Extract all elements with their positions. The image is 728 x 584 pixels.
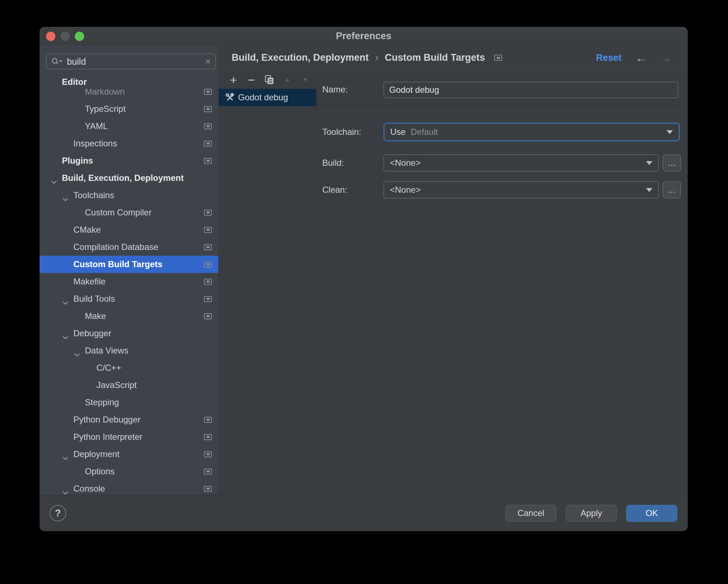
sidebar-item-label: Console [73, 484, 105, 494]
name-input[interactable] [384, 85, 678, 95]
sidebar-item-label: Custom Compiler [85, 207, 151, 218]
sidebar-item-yaml[interactable]: YAML [40, 118, 218, 135]
back-arrow-icon[interactable]: ← [635, 52, 647, 64]
sidebar-item-label: Debugger [73, 328, 111, 338]
sidebar-item-label: Build, Execution, Deployment [62, 173, 184, 183]
sidebar-item-custom-compiler[interactable]: Custom Compiler [40, 204, 218, 221]
breadcrumb-parent[interactable]: Build, Execution, Deployment [232, 52, 369, 63]
sidebar-item-label: Make [85, 311, 106, 321]
breadcrumb-separator-icon: › [375, 52, 378, 63]
move-up-icon: ▲ [278, 76, 296, 83]
help-button[interactable]: ? [50, 505, 66, 521]
clear-search-icon[interactable]: × [205, 56, 211, 67]
sidebar-item-console[interactable]: Console [40, 480, 218, 495]
sidebar-item-plugins[interactable]: Plugins [40, 152, 218, 169]
sidebar-item-toolchains[interactable]: Toolchains [40, 187, 218, 204]
toolchain-select[interactable]: Use Default [383, 123, 680, 141]
chevron-expanded-icon[interactable] [63, 193, 68, 197]
clean-select[interactable]: <None> [383, 181, 659, 199]
sidebar-item-make[interactable]: Make [40, 307, 218, 325]
sidebar-item-cmake[interactable]: CMake [40, 221, 218, 238]
in-editor-settings-icon [204, 417, 212, 423]
sidebar-item-typescript[interactable]: TypeScript [40, 100, 218, 118]
duplicate-icon[interactable] [260, 75, 278, 85]
sidebar-item-label: Stepping [85, 397, 119, 407]
sidebar-item-debugger[interactable]: Debugger [40, 325, 218, 342]
cancel-button[interactable]: Cancel [505, 505, 556, 522]
build-value-text: <None> [390, 158, 420, 168]
sidebar-item-label: Compilation Database [73, 242, 158, 252]
sidebar-item-inspections[interactable]: Inspections [40, 135, 218, 152]
apply-button[interactable]: Apply [566, 505, 617, 522]
settings-search-field[interactable]: × [46, 54, 216, 69]
sidebar-item-stepping[interactable]: Stepping [40, 394, 218, 411]
sidebar-item-label: YAML [85, 121, 108, 131]
window-title: Preferences [40, 27, 688, 45]
sidebar-item-label: Toolchains [73, 190, 114, 200]
add-icon[interactable]: + [224, 73, 242, 87]
sidebar-group-editor[interactable]: Editor [40, 76, 218, 89]
in-editor-settings-icon [204, 89, 212, 95]
reset-link[interactable]: Reset [596, 52, 622, 63]
move-down-icon: ▼ [296, 76, 314, 83]
name-field[interactable] [383, 82, 678, 98]
main-area: Build, Execution, Deployment › Custom Bu… [219, 45, 688, 495]
toolchain-value-text: Default [411, 127, 438, 137]
chevron-expanded-icon[interactable] [51, 176, 57, 180]
search-input[interactable] [63, 56, 205, 67]
sidebar-item-label: TypeScript [85, 104, 126, 114]
in-editor-settings-icon[interactable] [494, 55, 502, 61]
chevron-expanded-icon[interactable] [63, 297, 68, 301]
sidebar-item-label: Plugins [62, 156, 93, 166]
in-editor-settings-icon [204, 210, 212, 216]
build-select[interactable]: <None> [383, 154, 659, 172]
sidebar-item-label: CMake [73, 225, 101, 235]
sidebar-item-python-debugger[interactable]: Python Debugger [40, 411, 218, 428]
chevron-expanded-icon[interactable] [63, 332, 68, 335]
chevron-expanded-icon[interactable] [63, 487, 68, 491]
sidebar-item-label: Build Tools [73, 294, 115, 304]
in-editor-settings-icon [204, 158, 212, 164]
footer-buttons: Cancel Apply OK [505, 505, 677, 522]
sidebar-item-makefile[interactable]: Makefile [40, 273, 218, 290]
forward-arrow-icon: → [660, 52, 672, 64]
in-editor-settings-icon [204, 451, 212, 457]
sidebar-item-build-tools[interactable]: Build Tools [40, 290, 218, 307]
build-browse-button[interactable]: ... [663, 154, 681, 172]
in-editor-settings-icon [204, 469, 212, 475]
toolchain-use-text: Use [390, 127, 406, 137]
sidebar-item-build-execution-deployment[interactable]: Build, Execution, Deployment [40, 169, 218, 187]
sidebar-item-javascript[interactable]: JavaScript [40, 377, 218, 394]
sidebar-item-label: C/C++ [96, 363, 121, 373]
in-editor-settings-icon [204, 261, 212, 268]
preferences-dialog: Preferences × MarkdownTypeScri [40, 27, 688, 531]
settings-content: +−▲▼ [219, 71, 688, 495]
clean-label: Clean: [322, 185, 347, 195]
in-editor-settings-icon [204, 313, 212, 319]
ok-button[interactable]: OK [626, 505, 677, 522]
build-tools-icon [225, 93, 235, 102]
in-editor-settings-icon [204, 434, 212, 440]
clean-browse-button[interactable]: ... [663, 181, 681, 199]
in-editor-settings-icon [204, 486, 212, 492]
build-label: Build: [322, 158, 344, 168]
sidebar-item-custom-build-targets[interactable]: Custom Build Targets [40, 256, 218, 273]
title-bar: Preferences [40, 27, 688, 45]
sidebar-item-options[interactable]: Options [40, 463, 218, 480]
sidebar-item-deployment[interactable]: Deployment [40, 446, 218, 463]
in-editor-settings-icon [204, 227, 212, 233]
sidebar-item-label: Options [85, 466, 115, 476]
remove-icon[interactable]: − [242, 73, 260, 87]
screen: Preferences × MarkdownTypeScri [0, 0, 728, 584]
sidebar-item-c-c[interactable]: C/C++ [40, 359, 218, 377]
sidebar-item-python-interpreter[interactable]: Python Interpreter [40, 428, 218, 446]
sidebar-item-compilation-database[interactable]: Compilation Database [40, 238, 218, 256]
sidebar-item-data-views[interactable]: Data Views [40, 342, 218, 359]
chevron-down-icon [646, 161, 652, 165]
sidebar-item-label: Python Interpreter [73, 432, 142, 442]
sidebar-item-label: Inspections [73, 138, 117, 149]
target-list-item[interactable]: Godot debug [219, 89, 316, 106]
chevron-expanded-icon[interactable] [74, 349, 80, 352]
sidebar-item-label: JavaScript [96, 380, 137, 390]
chevron-expanded-icon[interactable] [63, 452, 68, 456]
